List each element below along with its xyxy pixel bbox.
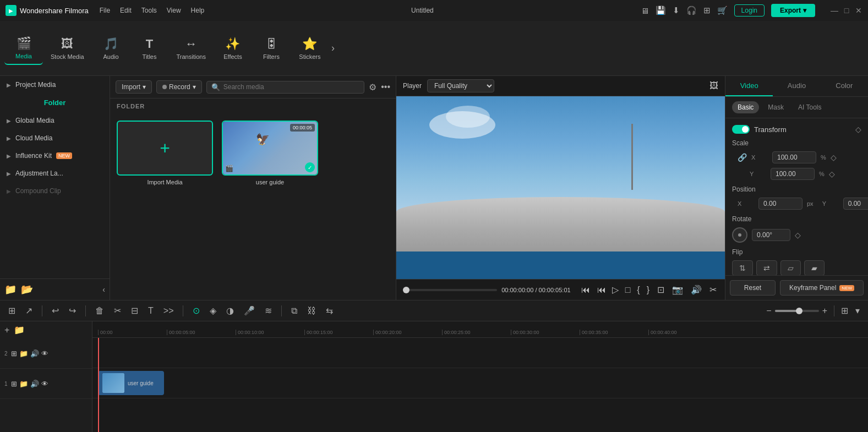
rewind-button[interactable]: ⏮ [580, 283, 592, 297]
cut-button[interactable]: ✂ [111, 304, 124, 318]
rotate-keyframe-icon[interactable]: ◇ [795, 231, 801, 239]
scale-x-input[interactable] [772, 151, 816, 163]
add-track-folder-button[interactable]: 📁 [14, 325, 25, 335]
timeline-options-button[interactable]: ▾ [853, 304, 862, 318]
scale-y-keyframe-icon[interactable]: ◇ [829, 169, 835, 178]
mark-in-button[interactable]: { [635, 283, 641, 297]
more-options-icon[interactable]: ••• [381, 82, 390, 92]
search-input[interactable] [223, 83, 359, 91]
flip-h-button[interactable]: ▱ [780, 260, 801, 275]
text-button[interactable]: T [145, 304, 156, 318]
menu-help[interactable]: Help [191, 7, 205, 14]
menu-view[interactable]: View [167, 7, 181, 14]
zoom-in-button[interactable]: + [822, 306, 827, 316]
add-folder-button[interactable]: 📁 [4, 283, 17, 296]
download-icon[interactable]: ⬇ [673, 6, 680, 15]
link-button[interactable]: ⛓ [304, 304, 319, 318]
track-audio-icon[interactable]: 🔊 [30, 380, 39, 388]
flip-vertical-button[interactable]: ⇄ [756, 260, 777, 275]
timeline-grid-button[interactable]: ⊞ [841, 305, 848, 316]
track-eye-icon[interactable]: 👁 [41, 349, 48, 358]
sidebar-item-compound-clip[interactable]: ▶ Compound Clip [0, 182, 110, 200]
import-button[interactable]: Import ▾ [116, 80, 152, 94]
save-icon[interactable]: 💾 [656, 6, 666, 15]
snap-button[interactable]: ⊙ [190, 304, 203, 318]
sidebar-item-influence-kit[interactable]: ▶ Influence Kit NEW [0, 147, 110, 165]
quality-select[interactable]: Full Quality High Quality Medium Quality… [427, 79, 494, 92]
headphone-icon[interactable]: 🎧 [686, 6, 697, 15]
audio-timeline-button[interactable]: 🎤 [241, 304, 258, 318]
push-pull-button[interactable]: ⇆ [323, 304, 336, 318]
redo-button[interactable]: ↪ [66, 304, 79, 318]
import-media-thumb[interactable]: + [117, 121, 213, 176]
add-track-button[interactable]: + [4, 325, 9, 335]
toolbar-filters[interactable]: 🎛 Filters [252, 32, 291, 64]
rotate-input[interactable] [752, 229, 790, 241]
mask-button[interactable]: ◑ [223, 304, 237, 318]
mark-out-button[interactable]: } [645, 283, 651, 297]
position-y-input[interactable] [843, 198, 868, 210]
crop-button[interactable]: ⊡ [656, 283, 666, 297]
crop-timeline-button[interactable]: ⊟ [128, 304, 141, 318]
track-layout-icon[interactable]: ⊞ [11, 349, 17, 358]
flip-horizontal-button[interactable]: ⇅ [732, 260, 753, 275]
select-tool-icon[interactable]: ↗ [23, 304, 35, 318]
sidebar-item-adjustment-layer[interactable]: ▶ Adjustment La... [0, 165, 110, 182]
track-folder-icon[interactable]: 📁 [19, 349, 28, 358]
keyframe-panel-button[interactable]: Keyframe Panel NEW [780, 280, 864, 296]
export-button[interactable]: Export ▾ [771, 4, 815, 17]
toolbar-titles[interactable]: T Titles [130, 32, 169, 64]
tab-video[interactable]: Video [725, 76, 773, 96]
flip-v-button[interactable]: ▰ [804, 260, 825, 275]
track-layout-icon[interactable]: ⊞ [11, 380, 17, 388]
audio-button[interactable]: 🔊 [689, 283, 703, 297]
progress-bar[interactable] [403, 289, 497, 291]
toolbar-stickers[interactable]: ⭐ Stickers [291, 32, 329, 64]
lock-icon[interactable]: 🔗 [738, 153, 747, 162]
tab-color[interactable]: Color [821, 76, 868, 96]
filter-icon[interactable]: ⚙ [369, 82, 376, 92]
subtab-ai-tools[interactable]: AI Tools [793, 101, 827, 113]
cut-tool-button[interactable]: ✂ [708, 283, 718, 297]
transform-keyframe-icon[interactable]: ◇ [855, 125, 861, 134]
zoom-slider[interactable] [775, 310, 819, 312]
position-x-input[interactable] [758, 198, 803, 210]
sidebar-item-project-media[interactable]: ▶ Project Media [0, 76, 110, 94]
menu-tools[interactable]: Tools [141, 7, 157, 14]
undo-button[interactable]: ↩ [49, 304, 62, 318]
toolbar-transitions[interactable]: ↔ Transitions [169, 32, 214, 64]
track-clip-user-guide[interactable]: user guide [98, 371, 164, 395]
login-button[interactable]: Login [734, 4, 765, 17]
menu-file[interactable]: File [100, 7, 110, 14]
reset-button[interactable]: Reset [730, 280, 776, 296]
sidebar-item-cloud-media[interactable]: ▶ Cloud Media [0, 129, 110, 147]
track-audio-icon[interactable]: 🔊 [30, 349, 39, 358]
subtab-basic[interactable]: Basic [732, 101, 759, 113]
transform-toggle[interactable] [732, 125, 750, 134]
stop-button[interactable]: □ [624, 283, 632, 297]
rotate-dial[interactable] [732, 227, 747, 243]
cart-icon[interactable]: 🛒 [717, 6, 728, 15]
more-tools-button[interactable]: >> [161, 304, 177, 318]
search-bar[interactable]: 🔍 [206, 81, 364, 94]
toolbar-media[interactable]: 🎬 Media [4, 32, 43, 65]
step-back-button[interactable]: ⏭ [595, 283, 607, 297]
record-button[interactable]: Record ▾ [156, 80, 202, 94]
toolbar-stock-media[interactable]: 🖼 Stock Media [43, 32, 92, 64]
close-button[interactable]: ✕ [855, 7, 862, 14]
scale-x-keyframe-icon[interactable]: ◇ [831, 153, 837, 162]
sidebar-item-folder[interactable]: Folder [0, 94, 110, 112]
grid-icon[interactable]: ⊞ [703, 6, 711, 15]
maximize-button[interactable]: □ [843, 7, 850, 14]
transitions-timeline-button[interactable]: ≋ [262, 304, 275, 318]
toolbar-more-button[interactable]: › [331, 42, 335, 54]
preview-settings-icon[interactable]: 🖼 [709, 81, 718, 90]
toolbar-audio[interactable]: 🎵 Audio [92, 32, 130, 64]
arrange-icon[interactable]: ⊞ [6, 304, 18, 318]
play-button[interactable]: ▷ [610, 283, 620, 297]
tab-audio[interactable]: Audio [773, 76, 820, 96]
menu-edit[interactable]: Edit [120, 7, 132, 14]
keyframe-button[interactable]: ◈ [207, 304, 219, 318]
scale-y-input[interactable] [771, 168, 815, 180]
track-eye-icon[interactable]: 👁 [41, 380, 48, 388]
